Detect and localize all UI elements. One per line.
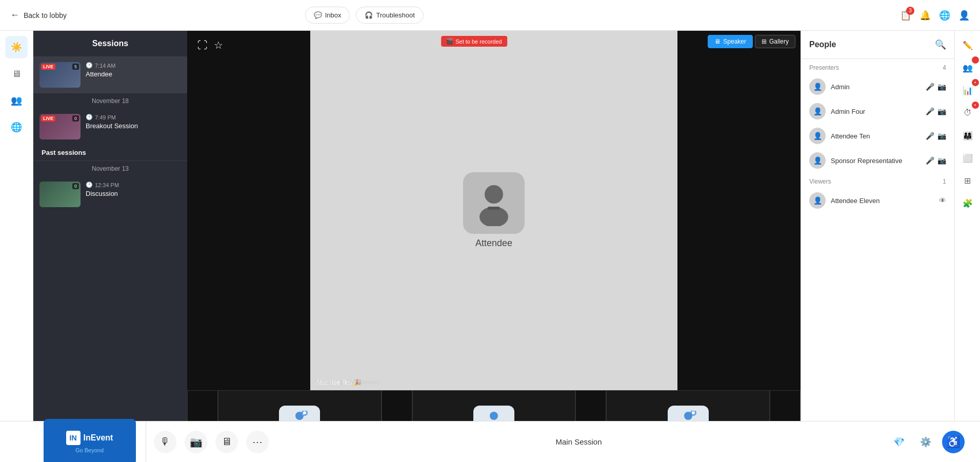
session-time-value-2: 7:49 PM [95,114,116,120]
bell-button[interactable]: 🔔 [919,10,931,21]
people-icon-btn[interactable]: 👥 [958,58,977,77]
inbox-icon: 💬 [314,11,322,19]
fullscreen-button[interactable]: ⛶ [197,39,208,51]
star-button[interactable]: ☆ [214,39,223,51]
user-icon: 👤 [958,10,970,21]
speaker-tab[interactable]: 🖥 Speaker [708,35,753,48]
presenters-section: Presenters 4 [801,59,954,74]
person-name-admin: Admin [831,83,921,91]
session-thumb-main: LIVE 5 [39,62,81,88]
person-icons-attendeeten: 🎤 📷 [926,132,946,140]
svg-rect-2 [488,207,500,210]
back-arrow-icon: ← [10,10,19,21]
language-button[interactable]: 🌐 [939,10,950,21]
user-menu-button[interactable]: 👤 [958,10,970,21]
viewers-count: 1 [943,178,946,185]
more-btn[interactable]: ⋯ [246,431,269,453]
mic-admin[interactable]: 🎤 [926,83,934,91]
svg-point-15 [692,411,695,414]
recording-label: Set to be recorded [455,38,502,45]
past-sessions-label: Past sessions [42,149,179,156]
svg-point-0 [485,185,503,204]
person-avatar-sponsor-p: 👤 [809,152,826,169]
person-avatar-admin: 👤 [809,78,826,95]
person-avatar-adminfour: 👤 [809,103,826,119]
session-item-breakout[interactable]: LIVE 0 🕐 7:49 PM Breakout Session [33,109,187,145]
person-row-sponsor: 👤 Sponsor Representative 🎤 📷 [801,148,954,173]
edit-icon-btn[interactable]: ✏️ [958,36,977,54]
session-thumb-breakout: LIVE 0 [39,114,81,139]
main-speaker-cell: Attendee Attendee Ten 🎉 Manager @ My Mom… [310,31,677,390]
attendee-label: Attendee [475,238,512,249]
session-time-2: 🕐 7:49 PM [86,114,181,120]
person-row-attendeeeleven: 👤 Attendee Eleven 👁 [801,188,954,213]
layers-icon-btn[interactable]: ⬜ [958,149,977,167]
view-tabs: 🖥 Speaker ⊞ Gallery [708,35,795,48]
nav-center: 💬 Inbox 🎧 Troubleshoot [305,7,424,24]
logo-text: InEvent [84,433,113,443]
inbox-button[interactable]: 💬 Inbox [305,7,350,24]
mic-sponsor[interactable]: 🎤 [926,156,934,165]
sidebar-sessions-btn[interactable]: ☀️ [5,36,28,58]
video-toolbar: ⛶ ☆ [191,35,229,55]
session-item-discussion[interactable]: 0 🕐 12:34 PM Discussion [33,176,187,212]
viewers-section: Viewers 1 [801,173,954,188]
users-icon-btn[interactable]: 👨‍👩‍👧 [958,126,977,145]
view-count-3: 0 [72,183,79,189]
settings-icon-btn[interactable]: ⚙️ [915,432,936,452]
inevent-logo: IN InEvent Go Beyond [44,419,136,463]
puzzle-icon-btn[interactable]: 🧩 [958,194,977,212]
cam-sponsor[interactable]: 📷 [937,156,946,165]
gallery-tab[interactable]: ⊞ Gallery [755,35,795,48]
person-avatar-attendeeten: 👤 [809,128,826,144]
cam-admin[interactable]: 📷 [937,83,946,91]
cam-adminfour[interactable]: 📷 [937,107,946,115]
chart-badge: • [972,79,979,86]
people-title: People [809,40,836,49]
session-title-2: Breakout Session [86,122,181,130]
grid-icon-btn[interactable]: ⊞ [958,171,977,190]
person-name-attendeeeleven: Attendee Eleven [831,197,934,205]
notification-badge: 3 [906,7,914,15]
mic-attendeeten[interactable]: 🎤 [926,132,934,140]
date-november13: November 13 [33,160,187,176]
sidebar-people-btn[interactable]: 👥 [5,89,28,112]
session-time: 🕐 7:14 AM [86,62,181,69]
camera-control-btn[interactable]: 📷 [185,431,207,453]
troubleshoot-button[interactable]: 🎧 Troubleshoot [356,7,423,24]
speaker-tab-icon: 🖥 [714,38,721,45]
mic-control-btn[interactable]: 🎙 [154,431,176,453]
session-info-breakout: 🕐 7:49 PM Breakout Session [86,114,181,130]
svg-point-8 [490,412,498,420]
cam-attendeeten[interactable]: 📷 [937,132,946,140]
accessibility-btn[interactable]: ♿ [942,431,965,453]
notifications-button[interactable]: 📋 3 [900,10,911,21]
diamond-icon-btn[interactable]: 💎 [889,432,909,452]
person-icons-viewer: 👁 [939,196,946,205]
bottom-right-controls: 💎 ⚙️ ♿ [889,431,965,453]
person-row-attendeeten: 👤 Attendee Ten 🎤 📷 [801,124,954,148]
person-icons-admin: 🎤 📷 [926,83,946,91]
back-to-lobby-button[interactable]: ← Back to lobby [10,10,67,21]
logo-sub: Go Beyond [75,447,104,453]
inbox-label: Inbox [325,11,342,19]
main-layout: ☀️ 🖥 👥 🌐 Sessions LIVE 5 🕐 7:14 AM Atten… [0,31,980,462]
chart-icon-btn[interactable]: 📊 • [958,81,977,99]
timer-icon-btn[interactable]: ⏱ • [958,104,977,122]
bottom-left-controls: 🎙 📷 🖥 ⋯ [154,431,269,453]
live-badge-2: LIVE [41,115,55,122]
troubleshoot-icon: 🎧 [365,11,373,19]
mic-adminfour[interactable]: 🎤 [926,107,934,115]
person-icons-sponsor: 🎤 📷 [926,156,946,165]
gallery-tab-label: Gallery [769,38,789,45]
session-item-main[interactable]: LIVE 5 🕐 7:14 AM Attendee [33,57,187,93]
people-search-button[interactable]: 🔍 [935,39,946,50]
sidebar-globe-btn[interactable]: 🌐 [5,116,28,138]
session-time-3: 🕐 12:34 PM [86,182,181,188]
screen-share-btn[interactable]: 🖥 [215,431,238,453]
session-info-discussion: 🕐 12:34 PM Discussion [86,182,181,197]
sidebar-monitor-btn[interactable]: 🖥 [5,63,28,85]
eye-attendeeeleven[interactable]: 👁 [939,196,946,205]
person-avatar-attendeeeleven: 👤 [809,192,826,209]
person-row-adminfour: 👤 Admin Four 🎤 📷 [801,99,954,124]
